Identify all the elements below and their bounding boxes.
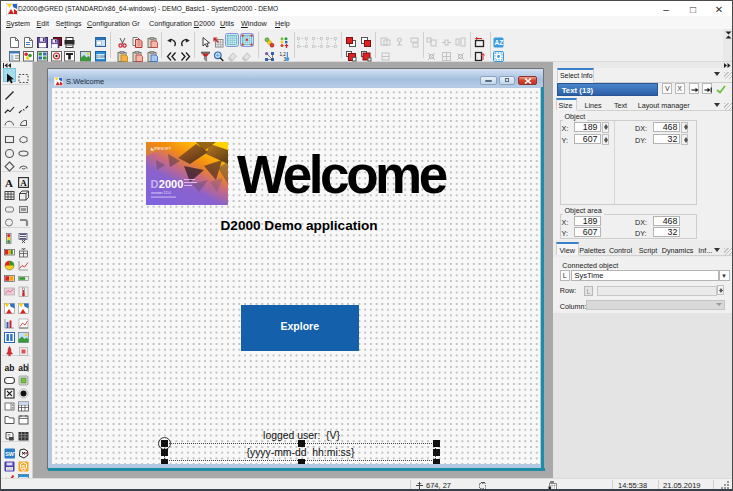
svg-text:AZ: AZ [495,39,504,46]
svg-text:S: S [22,463,26,469]
svg-text:2000: 2000 [159,177,183,189]
svg-text:D: D [151,177,159,189]
svg-text:◣IPESOFT: ◣IPESOFT [151,146,172,151]
svg-text:DWF: DWF [97,54,106,59]
svg-text:version 12.0: version 12.0 [151,190,171,194]
svg-text:SWT: SWT [5,451,15,457]
